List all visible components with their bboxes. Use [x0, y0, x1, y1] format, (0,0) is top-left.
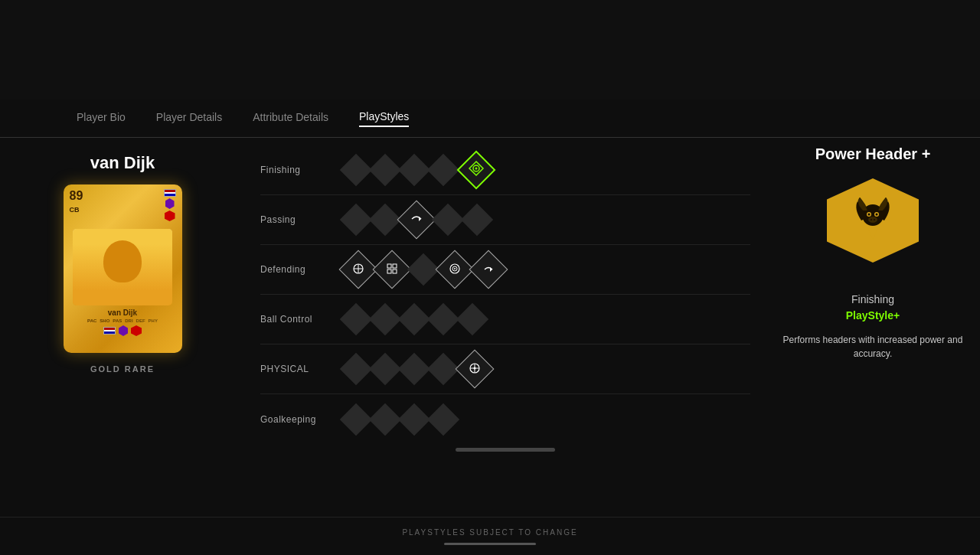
card-top: 89 CB	[64, 184, 182, 221]
svg-point-27	[874, 219, 875, 220]
category-label-passing: Passing	[260, 214, 345, 225]
category-row-physical: PHYSICAL	[260, 344, 750, 394]
tab-player-details[interactable]: Player Details	[156, 111, 222, 126]
player-card: 89 CB van Dijk PAC SHO P	[64, 184, 182, 353]
player-name-header: van Dijk	[90, 153, 155, 173]
diamond-gk3	[398, 403, 430, 435]
scroll-indicator	[456, 448, 555, 452]
tab-player-bio[interactable]: Player Bio	[77, 111, 126, 126]
left-panel: van Dijk 89 CB van Dijk	[0, 138, 245, 517]
diamond-bc4	[427, 303, 459, 335]
diamond-ph2	[369, 353, 401, 385]
diamond-gk1	[340, 403, 372, 435]
right-panel: Power Header +	[766, 138, 980, 517]
stat-def: DEF	[136, 318, 145, 323]
league-small	[119, 325, 128, 336]
playstyle-subtitle: Finishing	[851, 293, 894, 305]
diamond-1	[340, 154, 372, 186]
svg-rect-9	[387, 269, 391, 273]
card-logos	[103, 325, 142, 336]
category-row-ball-control: Ball Control	[260, 295, 750, 344]
nationality-flag	[164, 189, 176, 197]
svg-point-23	[868, 214, 871, 216]
diamonds-passing	[345, 206, 750, 233]
card-icons	[164, 189, 176, 221]
category-label-goalkeeping: Goalkeeping	[260, 414, 345, 425]
flag-small	[103, 327, 116, 335]
stat-dri: DRI	[125, 318, 132, 323]
svg-point-18	[474, 367, 476, 370]
rarity-label: GOLD RARE	[90, 364, 155, 374]
playstyle-plus-label: PlayStyle+	[846, 309, 900, 322]
special-diamond-def5[interactable]	[469, 250, 508, 289]
diamond-2	[369, 154, 401, 186]
card-position: CB	[70, 206, 80, 214]
category-label-physical: PHYSICAL	[260, 364, 345, 374]
power-header-icon-svg	[846, 194, 900, 247]
diamonds-ball-control	[345, 308, 750, 331]
nav-tabs: Player Bio Player Details Attribute Deta…	[0, 100, 980, 138]
diamond-ph3	[398, 353, 430, 385]
diamond-gk2	[369, 403, 401, 435]
special-diamond-physical[interactable]	[456, 350, 495, 389]
playstyle-title: Power Header +	[815, 145, 931, 163]
category-row-passing: Passing	[260, 195, 750, 245]
tab-attribute-details[interactable]: Attribute Details	[253, 111, 328, 126]
category-label-finishing: Finishing	[260, 165, 345, 175]
main-content: van Dijk 89 CB van Dijk	[0, 138, 980, 517]
diamond-bc3	[398, 303, 430, 335]
svg-point-2	[475, 168, 478, 170]
playstyle-icon-large	[827, 178, 919, 278]
playstyle-description: Performs headers with increased power an…	[781, 333, 965, 361]
hex-shape	[827, 178, 919, 263]
diamonds-defending	[345, 256, 750, 283]
diamonds-finishing	[345, 155, 750, 185]
finishing-plus-icon	[468, 160, 485, 180]
player-silhouette	[73, 229, 172, 305]
club-small	[131, 325, 142, 336]
special-diamond-def2[interactable]	[373, 250, 412, 289]
svg-point-24	[876, 214, 878, 216]
disclaimer-text: PLAYSTYLES SUBJECT TO CHANGE	[402, 528, 577, 537]
stat-pac: PAC	[87, 318, 96, 323]
category-row-goalkeeping: Goalkeeping	[260, 394, 750, 444]
finishing-icon-svg	[468, 160, 485, 177]
passing-icon-svg	[410, 212, 423, 226]
svg-point-13	[454, 268, 456, 269]
category-row-finishing: Finishing	[260, 145, 750, 195]
def-icon-2-svg	[386, 263, 398, 275]
tab-playstyles[interactable]: PlayStyles	[359, 110, 409, 127]
category-label-defending: Defending	[260, 264, 345, 275]
diamond-p4	[461, 204, 493, 236]
scrollbar[interactable]	[444, 543, 536, 545]
svg-point-25	[868, 217, 877, 223]
svg-rect-10	[393, 269, 397, 273]
special-diamond-finishing[interactable]	[461, 155, 492, 185]
card-photo-area	[64, 221, 182, 305]
def-icon-5	[482, 263, 495, 276]
svg-point-26	[871, 219, 872, 220]
middle-panel: Finishing	[245, 138, 766, 517]
diamond-4	[427, 154, 459, 186]
stat-pas: PAS	[113, 318, 122, 323]
special-diamond-passing[interactable]	[397, 201, 436, 240]
league-icon	[165, 198, 175, 209]
def-icon-2	[386, 263, 398, 276]
diamond-bc2	[369, 303, 401, 335]
diamond-p3	[432, 204, 464, 236]
def-icon-5-svg	[482, 263, 495, 275]
stat-phy: PHY	[149, 318, 158, 323]
svg-marker-28	[867, 227, 878, 240]
bottom-bar: PLAYSTYLES SUBJECT TO CHANGE	[0, 517, 980, 555]
passing-icon	[410, 212, 423, 227]
svg-rect-7	[387, 264, 391, 268]
card-player-name: van Dijk	[108, 309, 137, 317]
card-rating: 89	[70, 189, 83, 203]
def-icon-4-svg	[449, 263, 461, 275]
def-icon-1	[352, 263, 364, 276]
category-label-ball-control: Ball Control	[260, 314, 345, 325]
diamond-ph1	[340, 353, 372, 385]
physical-icon	[469, 362, 481, 376]
player-photo	[73, 229, 172, 305]
top-area	[0, 0, 980, 100]
